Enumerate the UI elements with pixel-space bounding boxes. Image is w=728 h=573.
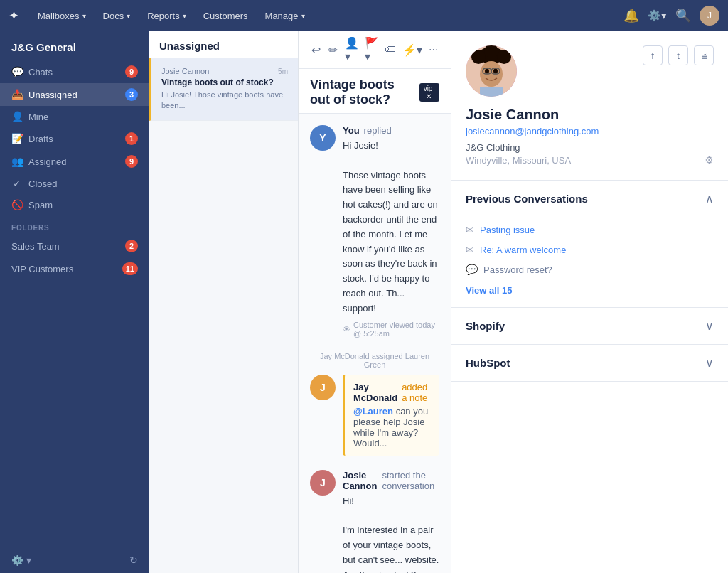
svg-rect-11: [480, 87, 503, 97]
chevron-down-icon: ▾: [301, 12, 305, 20]
message-meta: 👁 Customer viewed today @ 5:25am: [343, 321, 439, 338]
sidebar-item-vip-customers[interactable]: VIP Customers 11: [0, 257, 149, 280]
chevron-down-icon: ▾: [82, 12, 86, 20]
conversation-subject: Vintage boots out of stock?: [310, 77, 414, 107]
shopify-header[interactable]: Shopify ∨: [451, 308, 728, 344]
message-block-josie: J Josie Cannon started the conversation …: [310, 470, 439, 573]
chevron-down-icon: ▾: [183, 12, 186, 20]
note-avatar: J: [310, 375, 336, 400]
conversation-main: ↩ ✏ 👤▾ 🚩▾ 🏷 ⚡▾ ··· Vintage boots out of …: [299, 31, 451, 573]
nav-customers[interactable]: Customers: [196, 6, 255, 26]
message-avatar: Y: [310, 125, 336, 151]
sidebar-item-drafts[interactable]: 📝 Drafts 1: [0, 127, 149, 150]
message-header: You replied: [343, 125, 439, 136]
user-avatar[interactable]: J: [700, 6, 719, 26]
customer-email[interactable]: josiecannon@jandgclothing.com: [466, 126, 714, 136]
message-header-josie: Josie Cannon started the conversation: [343, 470, 439, 491]
nav-mailboxes[interactable]: Mailboxes ▾: [31, 6, 93, 26]
nav-docs[interactable]: Docs ▾: [96, 6, 138, 26]
sidebar-item-unassigned[interactable]: 📥 Unassigned 3: [0, 83, 149, 106]
right-panel: f t 🖥 Josie Cannon josiecannon@jandgclot…: [451, 31, 728, 573]
previous-conversations-body: ✉ Pasting issue ✉ Re: A warm welcome 💬 P…: [451, 217, 728, 307]
chats-icon: 💬: [11, 66, 23, 77]
mailbox-title: J&G General: [0, 31, 149, 60]
previous-conversations-header[interactable]: Previous Conversations ∧: [451, 181, 728, 217]
conversation-list: Unassigned Josie Cannon 5m Vintage boots…: [149, 31, 299, 573]
flag-button[interactable]: 🚩▾: [365, 38, 379, 61]
prev-conv-item-3[interactable]: 💬 Password reset?: [466, 259, 714, 279]
message-block-reply: Y You replied Hi Josie! Those vintage bo…: [310, 125, 439, 338]
conversation-toolbar: ↩ ✏ 👤▾ 🚩▾ 🏷 ⚡▾ ···: [299, 31, 451, 69]
assigned-icon: 👥: [11, 156, 23, 167]
customer-card-header: f t 🖥: [466, 45, 714, 97]
social-icons: f t 🖥: [643, 45, 714, 65]
sidebar-item-closed[interactable]: ✓ Closed: [0, 173, 149, 194]
website-icon[interactable]: 🖥: [694, 45, 714, 65]
view-all-link[interactable]: View all 15: [466, 279, 714, 296]
chevron-down-icon: ∨: [705, 356, 714, 370]
messages-area: Y You replied Hi Josie! Those vintage bo…: [299, 114, 451, 573]
more-button[interactable]: ···: [428, 38, 440, 61]
back-button[interactable]: ↩: [310, 38, 322, 61]
sidebar-item-spam[interactable]: 🚫 Spam: [0, 194, 149, 215]
facebook-icon[interactable]: f: [643, 45, 663, 65]
customer-avatar: [466, 45, 517, 97]
workflow-button[interactable]: ⚡▾: [402, 38, 422, 61]
search-icon[interactable]: 🔍: [675, 8, 691, 23]
conversation-subject-bar: Vintage boots out of stock? vip ✕: [299, 69, 451, 114]
settings-footer-icon[interactable]: ⚙️ ▾: [11, 555, 31, 566]
hubspot-header[interactable]: HubSpot ∨: [451, 345, 728, 381]
refresh-icon[interactable]: ↻: [129, 555, 138, 566]
sidebar-item-assigned[interactable]: 👥 Assigned 9: [0, 150, 149, 173]
drafts-icon: 📝: [11, 133, 23, 144]
sidebar-item-mine[interactable]: 👤 Mine: [0, 106, 149, 127]
previous-conversations-section: Previous Conversations ∧ ✉ Pasting issue…: [451, 181, 728, 308]
assigned-bar: Jay McDonald assigned Lauren Green: [310, 352, 439, 369]
top-navigation: ✦ Mailboxes ▾ Docs ▾ Reports ▾ Customers…: [0, 0, 728, 31]
josie-avatar: J: [310, 470, 336, 496]
chevron-down-icon: ▾: [127, 12, 130, 20]
customer-settings-icon[interactable]: ⚙: [705, 154, 714, 166]
sidebar-item-sales-team[interactable]: Sales Team 2: [0, 235, 149, 257]
message-text: Hi Josie! Those vintage boots have been …: [343, 139, 439, 316]
customer-company: J&G Clothing: [466, 142, 714, 153]
folders-label: FOLDERS: [0, 215, 149, 235]
mention: @Lauren: [353, 406, 393, 417]
chevron-up-icon: ∧: [705, 192, 714, 205]
spam-icon: 🚫: [11, 199, 23, 210]
customer-card: f t 🖥 Josie Cannon josiecannon@jandgclot…: [451, 31, 728, 181]
conv-list-item[interactable]: Josie Cannon 5m Vintage boots out of sto…: [149, 58, 298, 121]
settings-icon[interactable]: ⚙️▾: [648, 9, 667, 22]
vip-badge: vip ✕: [419, 83, 439, 102]
email-icon: ✉: [466, 224, 474, 235]
message-block-note: J Jay McDonald added a note @Lauren can …: [310, 375, 439, 456]
notifications-icon[interactable]: 🔔: [623, 8, 639, 23]
sidebar: J&G General 💬 Chats 9 📥 Unassigned 3 👤 M…: [0, 31, 149, 573]
shopify-section: Shopify ∨: [451, 308, 728, 345]
prev-conv-item-1[interactable]: ✉ Pasting issue: [466, 220, 714, 240]
mine-icon: 👤: [11, 111, 23, 122]
svg-point-2: [497, 50, 511, 64]
prev-conv-item-2[interactable]: ✉ Re: A warm welcome: [466, 240, 714, 259]
unassigned-icon: 📥: [11, 89, 23, 100]
message-text-josie: Hi! I'm interested in a pair of your vin…: [343, 494, 439, 573]
edit-button[interactable]: ✏: [328, 38, 340, 61]
twitter-icon[interactable]: t: [668, 45, 688, 65]
tag-button[interactable]: 🏷: [385, 38, 397, 61]
note-header: Jay McDonald added a note: [353, 382, 431, 403]
svg-point-7: [493, 69, 498, 74]
message-content: You replied Hi Josie! Those vintage boot…: [343, 125, 439, 338]
nav-manage[interactable]: Manage ▾: [258, 6, 312, 26]
customer-location: Windyville, Missouri, USA ⚙: [466, 154, 714, 166]
email-icon: ✉: [466, 244, 474, 255]
conv-list-header: Unassigned: [149, 31, 298, 58]
sidebar-item-chats[interactable]: 💬 Chats 9: [0, 60, 149, 83]
chevron-down-icon: ∨: [705, 319, 714, 333]
note-text: @Lauren can you please help Josie while …: [353, 406, 431, 449]
assign-button[interactable]: 👤▾: [345, 38, 359, 61]
message-content-josie: Josie Cannon started the conversation Hi…: [343, 470, 439, 573]
nav-reports[interactable]: Reports ▾: [140, 6, 193, 26]
svg-point-3: [471, 50, 486, 64]
app-logo[interactable]: ✦: [9, 8, 19, 23]
vip-remove-button[interactable]: ✕: [426, 92, 432, 100]
